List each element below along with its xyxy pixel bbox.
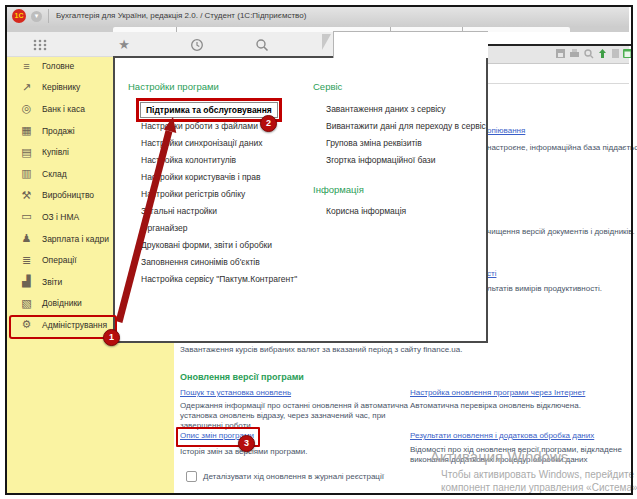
backup-link-fragment[interactable]: опіювання xyxy=(487,126,525,135)
tab-strip-tick xyxy=(176,27,177,32)
menu-item-group-change[interactable]: Групова зміна реквізитів xyxy=(326,138,422,148)
mouse-cursor xyxy=(322,34,331,50)
document-icon[interactable] xyxy=(610,48,621,59)
annotation-badge-1: 1 xyxy=(103,329,120,346)
windows-activation-watermark-line3: компонент панели управления «Система». xyxy=(441,482,637,493)
menu-item-load-from-service[interactable]: Завантаження даних з сервісу xyxy=(326,104,446,114)
main-toolbar xyxy=(7,32,333,57)
internet-update-settings-link[interactable]: Настройка оновлення програми через Інтер… xyxy=(410,388,585,397)
menu-item-unload-to-service[interactable]: Вивантажити дані для переходу в сервіс xyxy=(326,121,486,131)
ledger-icon: ≣ xyxy=(20,254,33,267)
apps-menu-icon[interactable] xyxy=(32,37,48,53)
annotation-badge-3: 3 xyxy=(238,435,255,452)
support-window-separator xyxy=(485,83,629,84)
menu-item-organizer[interactable]: Органайзер xyxy=(141,223,187,233)
menu-item-general-settings[interactable]: Загальні настройки xyxy=(141,206,217,216)
annotation-box-step1 xyxy=(9,315,117,339)
performance-text-fragment: льтатів вимірів продуктивності. xyxy=(487,284,602,293)
windows-activation-watermark-line2: Чтобы активировать Windows, перейдите в xyxy=(441,469,637,480)
bar-chart-icon: ▟ xyxy=(20,275,33,288)
popup-info-header: Інформація xyxy=(313,184,364,195)
performance-link-fragment[interactable]: сті xyxy=(487,269,496,278)
menu-item-sync-settings[interactable]: Настройки синхронізації даних xyxy=(141,138,263,148)
backup-text-fragment: настроєне, інформаційна база піддається xyxy=(487,143,637,152)
versions-text-fragment: чищення версій документів і довідників. xyxy=(487,227,635,236)
print-icon[interactable] xyxy=(569,48,580,59)
preview-icon[interactable] xyxy=(583,48,594,59)
support-maintenance-highlight-box: Підтримка та обслуговування xyxy=(136,98,282,122)
update-results-link[interactable]: Результати оновлення і додаткова обробка… xyxy=(410,431,594,440)
menu-item-print-forms[interactable]: Друковані форми, звіти і обробки xyxy=(141,240,272,250)
book-icon: ▧ xyxy=(20,297,33,310)
briefcase-icon: ▦ xyxy=(20,124,33,137)
menu-item-synonyms[interactable]: Заповнення синонімів об'єктів xyxy=(141,257,260,267)
app-logo-1c: 1С xyxy=(12,9,26,23)
warehouse-grid-icon: ▥ xyxy=(20,167,33,180)
windows-activation-watermark-title: Активация Windows xyxy=(430,448,568,465)
coin-icon: ◎ xyxy=(20,102,33,115)
menu-item-useful-info[interactable]: Корисна інформація xyxy=(326,206,406,216)
popup-settings-header: Настройки програми xyxy=(128,81,219,92)
support-window xyxy=(483,44,631,343)
menu-item-users-rights-settings[interactable]: Настройки користувачів і прав xyxy=(141,172,261,182)
chart-trend-icon: ↗ xyxy=(20,81,33,94)
calendar-icon[interactable] xyxy=(622,48,633,59)
menu-item-header-footer-settings[interactable]: Настройка колонтитулів xyxy=(141,155,236,165)
detail-update-log-label: Деталізувати хід оновлення в журналі реє… xyxy=(203,472,463,482)
update-section-header: Оновлення версії програми xyxy=(180,372,304,382)
home-lines-icon: ≡ xyxy=(20,60,33,72)
window-title: Бухгалтерія для України, редакція 2.0. /… xyxy=(56,11,306,20)
cart-icon: ▤ xyxy=(20,146,33,159)
save-icon[interactable] xyxy=(555,48,566,59)
person-icon: ♟ xyxy=(20,232,33,245)
menu-item-support-maintenance[interactable]: Підтримка та обслуговування xyxy=(140,102,278,118)
detail-update-log-checkbox[interactable] xyxy=(186,471,197,482)
internet-update-settings-desc: Автоматична перевірка оновлень відключен… xyxy=(410,401,637,411)
menu-item-paktum-service[interactable]: Настройка сервісу "Пактум.Контрагент" xyxy=(141,274,297,284)
main-menu-dropdown-button[interactable]: ▾ xyxy=(31,11,42,22)
menu-item-file-settings[interactable]: Настройки роботи з файлами xyxy=(141,121,258,131)
annotation-badge-2: 2 xyxy=(260,115,277,132)
history-clock-icon[interactable] xyxy=(189,37,205,53)
search-install-updates-link[interactable]: Пошук та установка оновлень xyxy=(180,388,291,397)
popup-service-header: Сервіс xyxy=(313,81,342,92)
upload-arrow-icon[interactable] xyxy=(597,48,608,59)
titlebar-separator xyxy=(48,9,49,23)
truck-icon: ▭ xyxy=(20,210,33,223)
favorites-star-icon[interactable]: ★ xyxy=(116,37,132,53)
search-icon[interactable] xyxy=(254,37,270,53)
change-log-desc: Історія змін за версіями програми. xyxy=(180,447,412,457)
factory-tools-icon: ⚒ xyxy=(20,189,33,202)
menu-item-registers-settings[interactable]: Настройки регістрів обліку xyxy=(141,189,245,199)
administration-menu-popup-top xyxy=(333,31,488,58)
currency-load-text: Завантаження курсів вибраних валют за вк… xyxy=(180,345,470,355)
menu-item-db-rollup[interactable]: Згортка інформаційної бази xyxy=(326,155,435,165)
